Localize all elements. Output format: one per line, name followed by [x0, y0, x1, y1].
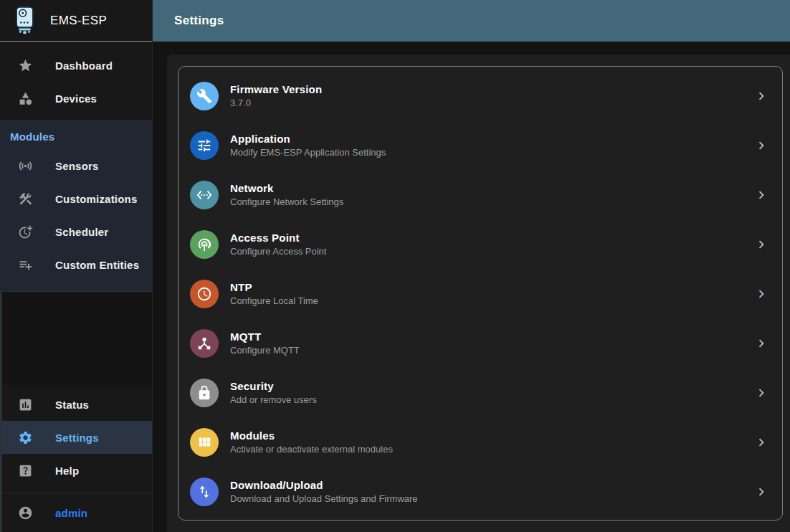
- help-icon: [18, 463, 33, 478]
- sidebar-item-admin[interactable]: admin: [0, 493, 152, 532]
- settings-item-title: NTP: [230, 281, 742, 293]
- sidebar-modules-section: Modules Sensors Customizations Scheduler…: [0, 120, 152, 292]
- main-area: Settings Firmware Version 3.7.0 Applicat…: [153, 0, 790, 532]
- sidebar-nav-modules: Sensors Customizations Scheduler Custom …: [0, 149, 152, 281]
- settings-item-subtitle: Download and Upload Settings and Firmwar…: [230, 493, 742, 504]
- app-title: EMS-ESP: [50, 14, 107, 28]
- settings-item-title: Access Point: [230, 232, 742, 244]
- settings-item-title: Modules: [230, 429, 742, 442]
- settings-item-subtitle: Modify EMS-ESP Application Settings: [230, 147, 742, 158]
- sidebar-item-label: Dashboard: [55, 60, 113, 72]
- account-circle-icon: [18, 505, 33, 521]
- page-title: Settings: [174, 14, 224, 28]
- import-export-icon: [190, 478, 219, 506]
- sidebar-scrollbar[interactable]: [0, 293, 2, 532]
- sidebar-item-settings[interactable]: Settings: [0, 421, 152, 454]
- sidebar-item-status[interactable]: Status: [0, 388, 152, 421]
- sidebar-item-sensors[interactable]: Sensors: [0, 149, 152, 182]
- sidebar-item-help[interactable]: Help: [0, 454, 152, 487]
- sidebar-nav-bottom: Status Settings Help admin: [0, 385, 152, 532]
- sidebar: EMS-ESP Dashboard Devices Modules Sensor…: [0, 0, 153, 532]
- chevron-right-icon: [753, 88, 769, 104]
- settings-item-title: Application: [230, 133, 742, 145]
- bar-chart-icon: [18, 397, 33, 412]
- chevron-right-icon: [753, 286, 769, 302]
- content-panel: Firmware Version 3.7.0 Application Modif…: [167, 54, 790, 532]
- chevron-right-icon: [753, 187, 769, 203]
- settings-item-network[interactable]: Network Configure Network Settings: [179, 170, 782, 219]
- sidebar-item-label: Customizations: [55, 193, 137, 205]
- sidebar-item-label: Settings: [55, 432, 99, 444]
- chevron-right-icon: [753, 385, 769, 401]
- chevron-right-icon: [753, 484, 769, 500]
- star-icon: [18, 58, 33, 73]
- sidebar-item-label: Status: [55, 399, 89, 411]
- sensors-icon: [18, 158, 33, 174]
- gear-icon: [18, 430, 33, 445]
- sidebar-item-devices[interactable]: Devices: [0, 82, 152, 115]
- wrench-icon: [190, 82, 219, 110]
- playlist-add-icon: [18, 257, 33, 272]
- content-area: Firmware Version 3.7.0 Application Modif…: [153, 42, 790, 532]
- settings-item-title: MQTT: [230, 331, 742, 343]
- chevron-right-icon: [753, 336, 769, 351]
- settings-item-subtitle: 3.7.0: [230, 98, 742, 108]
- lock-icon: [190, 379, 219, 407]
- modules-section-label: Modules: [0, 121, 152, 149]
- settings-item-title: Firmware Version: [230, 83, 742, 95]
- settings-item-subtitle: Add or remove users: [230, 394, 742, 405]
- settings-item-title: Security: [230, 380, 742, 392]
- settings-item-access-point[interactable]: Access Point Configure Access Point: [179, 219, 782, 269]
- chevron-right-icon: [753, 237, 769, 252]
- tune-sliders-icon: [190, 131, 219, 160]
- settings-item-subtitle: Configure Network Settings: [230, 196, 742, 207]
- sidebar-spacer: [0, 292, 152, 385]
- settings-item-ntp[interactable]: NTP Configure Local Time: [179, 269, 782, 318]
- app-root: EMS-ESP Dashboard Devices Modules Sensor…: [0, 0, 790, 532]
- chevron-right-icon: [753, 434, 769, 450]
- settings-item-subtitle: Configure MQTT: [230, 345, 742, 356]
- construction-icon: [18, 191, 33, 206]
- chevron-right-icon: [753, 138, 769, 153]
- category-icon: [18, 91, 33, 106]
- sidebar-item-label: Custom Entities: [55, 259, 139, 271]
- sidebar-item-label: Scheduler: [55, 226, 108, 238]
- sidebar-item-dashboard[interactable]: Dashboard: [0, 49, 152, 82]
- more-time-icon: [18, 224, 33, 239]
- admin-user-label: admin: [55, 507, 87, 519]
- settings-item-subtitle: Configure Local Time: [230, 295, 742, 306]
- sidebar-item-label: Sensors: [55, 160, 99, 172]
- settings-item-title: Download/Upload: [230, 479, 742, 491]
- module-grid-icon: [190, 428, 219, 457]
- sidebar-item-label: Help: [55, 465, 79, 477]
- settings-item-modules[interactable]: Modules Activate or deactivate external …: [179, 417, 782, 467]
- app-header: Settings: [153, 0, 790, 42]
- app-logo-area: EMS-ESP: [0, 0, 152, 42]
- settings-item-subtitle: Configure Access Point: [230, 246, 742, 257]
- sidebar-item-scheduler[interactable]: Scheduler: [0, 215, 152, 248]
- settings-list: Firmware Version 3.7.0 Application Modif…: [178, 66, 783, 521]
- ethernet-icon: [190, 181, 219, 209]
- wifi-tethering-icon: [190, 230, 219, 259]
- sidebar-item-customizations[interactable]: Customizations: [0, 182, 152, 215]
- settings-item-title: Network: [230, 182, 742, 194]
- sidebar-item-custom-entities[interactable]: Custom Entities: [0, 248, 152, 281]
- sidebar-nav-main: Dashboard Devices: [0, 42, 152, 120]
- settings-item-subtitle: Activate or deactivate external modules: [230, 444, 742, 455]
- clock-icon: [190, 280, 219, 308]
- device-hub-icon: [190, 329, 219, 358]
- settings-item-download-upload[interactable]: Download/Upload Download and Upload Sett…: [179, 467, 782, 516]
- ems-esp-logo-icon: [11, 5, 38, 37]
- settings-item-mqtt[interactable]: MQTT Configure MQTT: [179, 318, 782, 368]
- settings-item-security[interactable]: Security Add or remove users: [179, 368, 782, 417]
- settings-item-application[interactable]: Application Modify EMS-ESP Application S…: [179, 120, 782, 170]
- sidebar-item-label: Devices: [55, 92, 97, 105]
- settings-item-firmware-version[interactable]: Firmware Version 3.7.0: [179, 71, 782, 120]
